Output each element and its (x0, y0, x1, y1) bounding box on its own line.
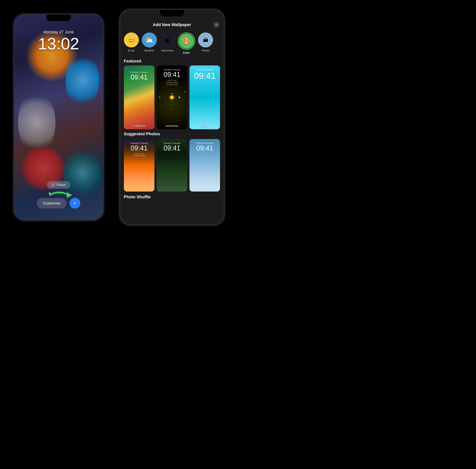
right-phone: Add New Wallpaper × 😊 Emoji ⛅ Weat (120, 9, 224, 225)
wallpaper-type-astronomy[interactable]: ◉ Astronomy (160, 33, 175, 52)
suggested-card-forest[interactable]: Tuesday 9 January 09:41 (157, 139, 187, 192)
sun-dot (170, 96, 174, 99)
forest-time: 09:41 (163, 144, 180, 152)
photos-icon: 🏔 (198, 33, 213, 48)
right-side-button[interactable] (224, 48, 224, 63)
wallpaper-type-photos[interactable]: 🏔 Photos (198, 33, 213, 52)
forest-time-display: Tuesday 9 January 09:41 (157, 142, 187, 152)
wallpaper-blob-gray (18, 90, 55, 155)
featured-title: Featured (120, 56, 224, 66)
planet-mercury (171, 93, 173, 94)
astronomy-time: 09:41 (163, 71, 180, 79)
color-time: 09:41 (194, 71, 216, 81)
collections-time-display: Tuesday 9 January 09:41 (124, 71, 154, 81)
planet-mars (184, 91, 186, 92)
scene: Monday 27 June 13:02 🔗 Focus (0, 0, 238, 234)
photos-label: Photos (202, 49, 210, 52)
wallpaper-type-weather[interactable]: ⛅ Weather (142, 33, 157, 52)
collections-label: Collections (124, 124, 154, 127)
color-time-display: Tuesday 9 January 09:41 (190, 68, 220, 81)
wallpaper-blob-blue (65, 52, 99, 108)
featured-card-color[interactable]: Tuesday 9 January 09:41 Color (190, 66, 220, 129)
lock-date: Monday 27 June (43, 30, 74, 34)
astronomy-label: Astronomy (161, 49, 174, 52)
left-phone: Monday 27 June 13:02 🔗 Focus (14, 14, 104, 220)
astronomy-icon: ◉ (160, 33, 175, 48)
planet-earth (159, 97, 160, 98)
focus-icon: 🔗 (51, 183, 55, 187)
lock-screen-content: Monday 27 June 13:02 (14, 26, 103, 52)
close-icon: × (216, 23, 217, 26)
forest-date: Tuesday 9 January (163, 142, 181, 144)
sunset-time-display: Tuesday 9 January 09:41 Mon 27 JanNo eve… (124, 142, 154, 157)
wallpaper-panel: Add New Wallpaper × 😊 Emoji ⛅ Weat (120, 19, 224, 225)
weather-label: Weather (144, 49, 154, 52)
emoji-icon: 😊 (124, 33, 139, 48)
color-selected-ring: 🎨 (178, 33, 195, 50)
mountain-time: 09:41 (196, 144, 213, 152)
color-date: Tuesday 9 January (196, 68, 213, 71)
sunset-detail: Mon 27 JanNo events today (133, 153, 145, 157)
mountain-date: Tuesday 9 January (196, 142, 213, 144)
svg-marker-0 (67, 192, 72, 198)
emoji-label: Emoji (128, 49, 135, 52)
astronomy-detail: Mon 27 JanNo events todayYour day is fre… (164, 80, 179, 85)
panel-header: Add New Wallpaper × (120, 19, 224, 30)
featured-card-astronomy[interactable]: Tuesday 9 January 09:41 Mon 27 JanNo eve… (157, 66, 187, 129)
collections-date: Tuesday 9 January (130, 71, 148, 73)
suggested-title: Suggested Photos (120, 129, 224, 138)
wallpaper-type-color[interactable]: 🎨 Color (178, 33, 195, 54)
featured-card-collections[interactable]: Tuesday 9 January 09:41 Collections (124, 66, 154, 129)
suggested-card-mountain[interactable]: Tuesday 9 January 09:41 (190, 139, 220, 192)
astronomy-label: Astronomy (157, 124, 187, 127)
astronomy-time-display: Tuesday 9 January 09:41 Mon 27 JanNo eve… (157, 68, 187, 85)
astronomy-date: Tuesday 9 January (163, 68, 181, 71)
wallpaper-type-emoji[interactable]: 😊 Emoji (124, 33, 139, 52)
suggested-row: Tuesday 9 January 09:41 Mon 27 JanNo eve… (120, 139, 224, 192)
sunset-date: Tuesday 9 January (130, 142, 148, 144)
weather-icon: ⛅ (142, 33, 157, 48)
right-notch (160, 10, 184, 16)
featured-row: Tuesday 9 January 09:41 Collections (120, 66, 224, 129)
panel-title: Add New Wallpaper (153, 22, 191, 27)
photo-shuffle-title: Photo Shuffle (120, 192, 224, 201)
close-button[interactable]: × (213, 22, 220, 28)
color-featured-label: Color (190, 124, 220, 127)
sunset-time: 09:41 (131, 144, 147, 152)
color-label: Color (183, 51, 190, 54)
lock-time: 13:02 (38, 35, 79, 52)
green-arrow (48, 188, 78, 203)
color-icon: 🎨 (179, 34, 194, 49)
suggested-card-sunset[interactable]: Tuesday 9 January 09:41 Mon 27 JanNo eve… (124, 139, 154, 192)
mountain-time-display: Tuesday 9 January 09:41 (190, 142, 220, 152)
planet-venus (179, 97, 180, 98)
collections-time: 09:41 (131, 73, 147, 81)
side-button[interactable] (103, 52, 104, 67)
right-phone-screen: Add New Wallpaper × 😊 Emoji ⛅ Weat (120, 10, 224, 225)
focus-label: Focus (57, 183, 66, 187)
notch (47, 15, 71, 21)
wallpaper-types-row: 😊 Emoji ⛅ Weather ◉ Astronomy (120, 30, 224, 56)
